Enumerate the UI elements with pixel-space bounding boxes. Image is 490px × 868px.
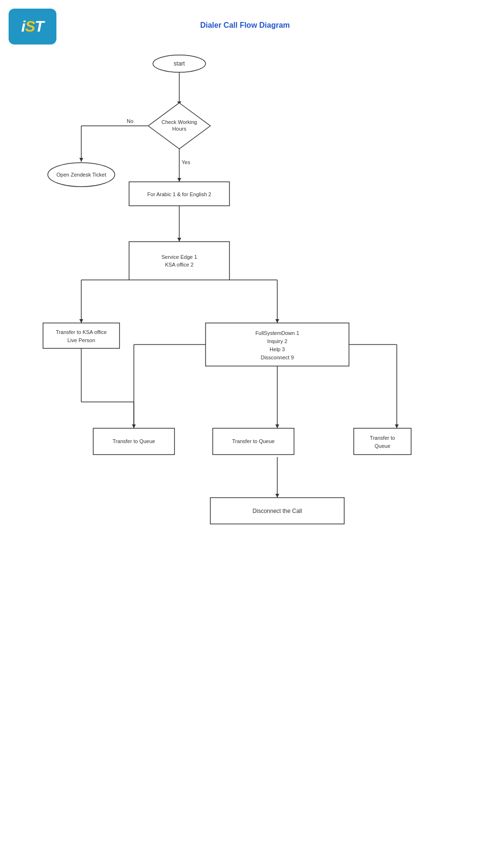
svg-text:No: No	[127, 118, 133, 124]
flow-diagram: Yes No start Check Working Hours Open Ze…	[0, 41, 490, 711]
transfer-ksa-label: Transfer to KSA office	[56, 329, 107, 335]
disconnect-label: Disconnect the Call	[252, 508, 302, 514]
svg-marker-16	[275, 319, 279, 323]
svg-text:KSA office 2: KSA office 2	[165, 262, 194, 267]
svg-text:Yes: Yes	[182, 159, 190, 165]
svg-text:Queue: Queue	[374, 443, 390, 449]
check-hours-label: Check Working	[162, 119, 197, 125]
svg-marker-7	[79, 158, 83, 162]
transfer-queue-right-label: Transfer to	[370, 435, 395, 441]
svg-marker-13	[79, 319, 83, 323]
svg-marker-3	[177, 178, 181, 182]
svg-marker-25	[395, 424, 399, 428]
arabic-english-label: For Arabic 1 & for English 2	[147, 191, 211, 197]
service-edge-label: Service Edge 1	[162, 254, 197, 260]
transfer-queue-middle-label: Transfer to Queue	[232, 438, 275, 444]
svg-text:Hours: Hours	[172, 126, 186, 132]
svg-rect-45	[354, 428, 411, 455]
svg-text:Help 3: Help 3	[270, 346, 285, 352]
svg-rect-35	[129, 242, 229, 280]
svg-text:Live Person: Live Person	[67, 337, 95, 343]
svg-text:Inquiry 2: Inquiry 2	[267, 338, 287, 344]
diagram-title: Dialer Call Flow Diagram	[0, 21, 490, 30]
svg-marker-10	[177, 238, 181, 242]
fullsystemdown-label: FullSystemDown 1	[255, 330, 299, 336]
svg-text:Dissconnect 9: Dissconnect 9	[261, 355, 294, 360]
zendesk-label: Open Zendesk Ticket	[56, 172, 106, 178]
svg-marker-29	[275, 494, 279, 498]
transfer-queue-left-label: Transfer to Queue	[113, 438, 155, 444]
svg-marker-22	[275, 424, 279, 428]
svg-rect-37	[43, 323, 120, 348]
start-label: start	[174, 60, 185, 67]
